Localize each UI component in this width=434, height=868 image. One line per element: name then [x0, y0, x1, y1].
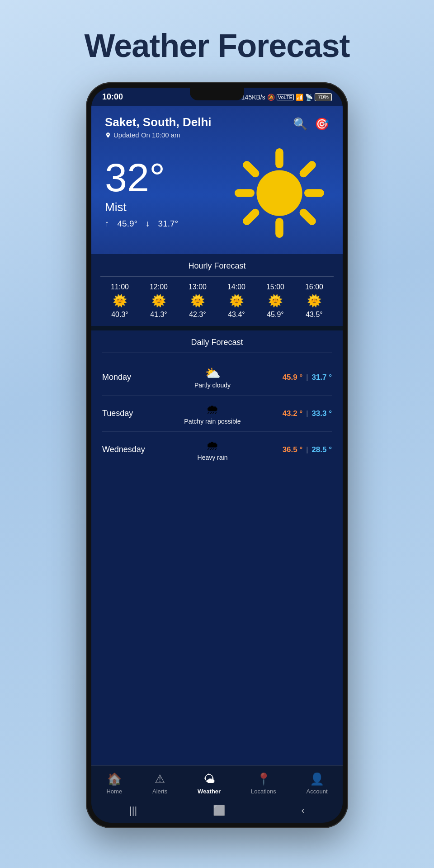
nav-item-weather[interactable]: 🌤 Weather	[192, 770, 226, 797]
temp-high: 45.9°	[118, 219, 138, 229]
svg-rect-5	[298, 159, 318, 179]
hourly-title: Hourly Forecast	[100, 261, 334, 271]
hour-label-2: 13:00	[189, 283, 207, 291]
location-info: Saket, South, Delhi Updated On 10:00 am	[105, 115, 293, 139]
patchy-rain-icon: 🌧	[206, 402, 219, 417]
nav-item-alerts[interactable]: ⚠ Alerts	[147, 770, 173, 797]
wifi-icon: 📡	[305, 94, 313, 101]
hour-temp-1: 41.3°	[150, 311, 167, 319]
hour-label-4: 15:00	[266, 283, 284, 291]
daily-condition-1: 🌧 Patchy rain possible	[161, 402, 264, 425]
daily-high-1: 43.2 °	[283, 409, 303, 418]
hourly-row: 11:00 🌞 40.3° 12:00 🌞 41.3° 13:00 🌞 42.3…	[100, 283, 334, 319]
notification-icon: 🔕	[267, 94, 275, 101]
nav-label-alerts: Alerts	[152, 788, 167, 795]
daily-day-2: Wednesday	[102, 445, 161, 454]
pin-icon	[105, 132, 111, 138]
daily-day-1: Tuesday	[102, 409, 161, 418]
weather-icon: 🌤	[203, 772, 215, 786]
hourly-item-4: 15:00 🌞 45.9°	[266, 283, 284, 319]
volte-icon: VoLTE	[277, 94, 294, 100]
temp-low: 31.7°	[158, 219, 179, 229]
daily-low-2: 28.5 °	[311, 445, 332, 454]
network-speed: 145KB/s	[241, 94, 265, 101]
page-title: Weather Forecast	[85, 27, 350, 64]
daily-condition-text-1: Patchy rain possible	[184, 418, 241, 425]
system-bar: ||| ⬜ ‹	[91, 800, 343, 823]
daily-row-1: Tuesday 🌧 Patchy rain possible 43.2 ° | …	[102, 396, 332, 432]
daily-high-0: 45.9 °	[283, 373, 303, 382]
daily-high-2: 36.5 °	[283, 445, 303, 454]
daily-title: Daily Forecast	[102, 338, 332, 347]
daily-row-2: Wednesday 🌧 Heavy rain 36.5 ° | 28.5 °	[102, 432, 332, 467]
svg-rect-7	[298, 207, 318, 227]
svg-rect-1	[275, 218, 283, 238]
svg-rect-0	[275, 148, 283, 168]
temp-info: 32° Mist ↑ 45.9° ↓ 31.7°	[105, 158, 230, 229]
back-gesture-icon[interactable]: |||	[129, 805, 137, 816]
phone-screen: 10:00 145KB/s 🔕 VoLTE 📶 📡 70% Saket, Sou…	[91, 88, 343, 823]
recents-gesture-icon[interactable]: ‹	[302, 805, 305, 816]
hour-icon-3: 🌞	[229, 294, 244, 308]
location-row: Saket, South, Delhi Updated On 10:00 am …	[105, 115, 329, 139]
account-icon: 👤	[310, 772, 324, 786]
hour-icon-4: 🌞	[268, 294, 283, 308]
nav-label-account: Account	[307, 788, 328, 795]
location-name: Saket, South, Delhi	[105, 115, 293, 129]
status-icons: 145KB/s 🔕 VoLTE 📶 📡 70%	[241, 93, 332, 101]
nav-label-home: Home	[106, 788, 122, 795]
hourly-item-5: 16:00 🌞 43.5°	[305, 283, 323, 319]
svg-rect-3	[304, 189, 324, 197]
nav-item-locations[interactable]: 📍 Locations	[245, 770, 282, 797]
hour-label-3: 14:00	[227, 283, 245, 291]
svg-rect-4	[241, 159, 261, 179]
hour-temp-5: 43.5°	[306, 311, 323, 319]
weather-main: Saket, South, Delhi Updated On 10:00 am …	[91, 106, 343, 254]
svg-rect-2	[235, 189, 255, 197]
hourly-item-0: 11:00 🌞 40.3°	[111, 283, 129, 319]
temperature-value: 32°	[105, 158, 230, 198]
hour-icon-5: 🌞	[307, 294, 321, 308]
svg-rect-6	[241, 207, 261, 227]
hour-icon-1: 🌞	[151, 294, 166, 308]
daily-temps-0: 45.9 ° | 31.7 °	[264, 373, 332, 382]
nav-label-weather: Weather	[198, 788, 221, 795]
partly-cloudy-icon: ⛅	[205, 366, 221, 381]
home-icon: 🏠	[107, 772, 122, 786]
sun-icon-large	[230, 143, 329, 243]
hour-icon-0: 🌞	[113, 294, 127, 308]
hour-icon-2: 🌞	[190, 294, 205, 308]
daily-temps-2: 36.5 ° | 28.5 °	[264, 445, 332, 454]
hourly-item-1: 12:00 🌞 41.3°	[150, 283, 168, 319]
location-action-icons: 🔍 🎯	[293, 117, 329, 131]
nav-item-account[interactable]: 👤 Account	[301, 770, 333, 797]
hour-temp-4: 45.9°	[267, 311, 284, 319]
daily-condition-text-0: Partly cloudy	[194, 382, 231, 389]
daily-condition-text-2: Heavy rain	[198, 454, 228, 461]
daily-low-0: 31.7 °	[311, 373, 332, 382]
status-time: 10:00	[102, 92, 123, 102]
heavy-rain-icon: 🌧	[206, 438, 219, 453]
alerts-icon: ⚠	[155, 772, 165, 786]
hour-temp-2: 42.3°	[189, 311, 206, 319]
nav-item-home[interactable]: 🏠 Home	[101, 770, 127, 797]
gps-icon[interactable]: 🎯	[315, 117, 329, 131]
daily-low-1: 33.3 °	[311, 409, 332, 418]
home-gesture-icon[interactable]: ⬜	[213, 805, 225, 816]
daily-day-0: Monday	[102, 373, 161, 382]
daily-condition-2: 🌧 Heavy rain	[161, 438, 264, 461]
search-icon[interactable]: 🔍	[293, 117, 307, 131]
daily-row-0: Monday ⛅ Partly cloudy 45.9 ° | 31.7 °	[102, 359, 332, 396]
location-updated: Updated On 10:00 am	[105, 131, 293, 139]
battery-icon: 70%	[315, 93, 332, 101]
daily-temps-1: 43.2 ° | 33.3 °	[264, 409, 332, 418]
phone-notch	[190, 88, 244, 100]
daily-condition-0: ⛅ Partly cloudy	[161, 366, 264, 389]
locations-icon: 📍	[256, 772, 271, 786]
signal-icon: 📶	[296, 94, 303, 101]
hour-label-1: 12:00	[150, 283, 168, 291]
hour-label-5: 16:00	[305, 283, 323, 291]
nav-label-locations: Locations	[251, 788, 276, 795]
arrow-up-icon: ↑	[105, 219, 109, 229]
temp-section: 32° Mist ↑ 45.9° ↓ 31.7°	[105, 143, 329, 243]
